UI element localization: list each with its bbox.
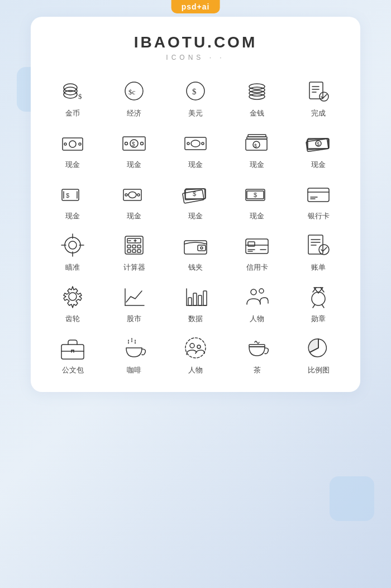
icon-stock: 股市 bbox=[103, 283, 165, 324]
svg-point-59 bbox=[65, 237, 80, 253]
stock-icon bbox=[120, 283, 148, 310]
svg-point-116 bbox=[197, 345, 201, 348]
svg-rect-69 bbox=[137, 245, 141, 248]
icon-cash4: $ 现金 bbox=[226, 128, 288, 170]
bg-decoration-right bbox=[330, 476, 374, 521]
icon-cash8: $ 现金 bbox=[165, 180, 226, 221]
svg-point-25 bbox=[141, 142, 144, 145]
svg-rect-67 bbox=[127, 245, 131, 248]
gear-icon bbox=[59, 283, 87, 310]
stock-label: 股市 bbox=[127, 314, 141, 324]
svg-rect-71 bbox=[132, 250, 136, 252]
money-stack-icon bbox=[243, 77, 271, 105]
briefcase-icon bbox=[59, 334, 87, 362]
icon-gold-coin: $ 金币 bbox=[42, 77, 103, 118]
cash5-label: 现金 bbox=[311, 160, 326, 170]
people-icon bbox=[243, 283, 271, 310]
icon-card: IBAOTU.COM ICONS · · $ 金币 $c bbox=[31, 17, 360, 392]
bank-card-icon bbox=[304, 180, 332, 208]
cash9-label: 现金 bbox=[250, 211, 264, 221]
icon-credit-card: 信用卡 bbox=[226, 231, 288, 273]
svg-rect-77 bbox=[198, 245, 206, 251]
svg-point-1 bbox=[64, 87, 77, 95]
icon-money-stack: 金钱 bbox=[226, 77, 288, 118]
icon-briefcase: 公文包 bbox=[42, 334, 103, 375]
svg-point-115 bbox=[190, 343, 194, 348]
medal-label: 勋章 bbox=[311, 314, 326, 324]
icon-cash5: $ 现金 bbox=[288, 128, 349, 170]
gold-coin-label: 金币 bbox=[65, 108, 80, 118]
svg-text:$: $ bbox=[193, 190, 196, 197]
svg-text:$c: $c bbox=[128, 88, 136, 96]
svg-rect-40 bbox=[62, 189, 79, 200]
complete-icon bbox=[304, 77, 332, 105]
icon-gear: 齿轮 bbox=[42, 283, 103, 324]
svg-line-104 bbox=[313, 304, 315, 308]
svg-point-24 bbox=[125, 142, 128, 145]
svg-rect-95 bbox=[188, 298, 192, 305]
person-icon bbox=[182, 334, 209, 362]
icon-cash6: $ 现金 bbox=[42, 180, 103, 221]
money-stack-label: 金钱 bbox=[250, 108, 264, 118]
svg-point-18 bbox=[69, 141, 76, 147]
economy-label: 经济 bbox=[127, 108, 141, 118]
card-title: IBAOTU.COM bbox=[42, 34, 349, 51]
svg-rect-68 bbox=[132, 245, 136, 248]
format-badge: psd+ai bbox=[171, 0, 220, 13]
icon-person: 人物 bbox=[165, 334, 226, 375]
tea-icon bbox=[243, 334, 271, 362]
svg-point-60 bbox=[69, 241, 77, 249]
cash4-icon: $ bbox=[243, 128, 271, 156]
svg-text:$: $ bbox=[254, 192, 257, 198]
cash8-icon: $ bbox=[182, 180, 209, 208]
icon-medal: 勋章 bbox=[288, 283, 349, 324]
economy-icon: $c bbox=[120, 77, 148, 105]
people-label: 人物 bbox=[250, 314, 264, 324]
person-label: 人物 bbox=[188, 365, 203, 375]
svg-text:$: $ bbox=[132, 141, 135, 147]
icon-cash9: $ 现金 bbox=[226, 180, 288, 221]
icon-bank-card: 银行卡 bbox=[288, 180, 349, 221]
svg-rect-85 bbox=[308, 235, 323, 254]
coffee-icon bbox=[120, 334, 148, 362]
cash6-icon: $ bbox=[59, 180, 87, 208]
wallet-label: 钱夹 bbox=[188, 262, 203, 273]
icon-pie-chart: 比例图 bbox=[288, 334, 349, 375]
gold-coin-icon: $ bbox=[59, 77, 87, 105]
svg-point-46 bbox=[125, 194, 127, 196]
svg-text:$: $ bbox=[317, 141, 320, 147]
cash7-label: 现金 bbox=[127, 211, 141, 221]
icons-grid: $ 金币 $c 经济 $ 美元 bbox=[42, 77, 349, 375]
svg-point-28 bbox=[187, 142, 189, 145]
cash5-icon: $ bbox=[304, 128, 332, 156]
svg-rect-55 bbox=[308, 188, 329, 202]
svg-point-47 bbox=[137, 194, 140, 196]
cash3-label: 现金 bbox=[188, 160, 203, 170]
icon-cash1: 现金 bbox=[42, 128, 103, 170]
svg-point-8 bbox=[249, 94, 265, 99]
svg-point-27 bbox=[191, 140, 200, 147]
icon-cash3: 现金 bbox=[165, 128, 226, 170]
dollar-icon: $ bbox=[182, 77, 209, 105]
calculator-icon bbox=[120, 231, 148, 259]
bill-label: 账单 bbox=[311, 262, 326, 273]
cash6-label: 现金 bbox=[65, 211, 80, 221]
svg-text:$: $ bbox=[254, 143, 257, 149]
cash9-icon: $ bbox=[243, 180, 271, 208]
icon-cash7: 现金 bbox=[103, 180, 165, 221]
credit-card-label: 信用卡 bbox=[246, 262, 268, 273]
pie-chart-icon bbox=[304, 334, 332, 362]
icon-economy: $c 经济 bbox=[103, 77, 165, 118]
cash2-label: 现金 bbox=[127, 160, 141, 170]
svg-rect-44 bbox=[123, 189, 141, 200]
cash3-icon bbox=[182, 128, 209, 156]
svg-point-114 bbox=[185, 338, 206, 358]
aim-icon bbox=[59, 231, 87, 259]
briefcase-label: 公文包 bbox=[62, 365, 84, 375]
svg-rect-96 bbox=[193, 293, 197, 305]
svg-text:$: $ bbox=[78, 92, 82, 101]
wallet-icon bbox=[182, 231, 209, 259]
bank-card-label: 银行卡 bbox=[308, 211, 330, 221]
svg-rect-80 bbox=[248, 242, 255, 246]
svg-point-9 bbox=[249, 90, 265, 96]
